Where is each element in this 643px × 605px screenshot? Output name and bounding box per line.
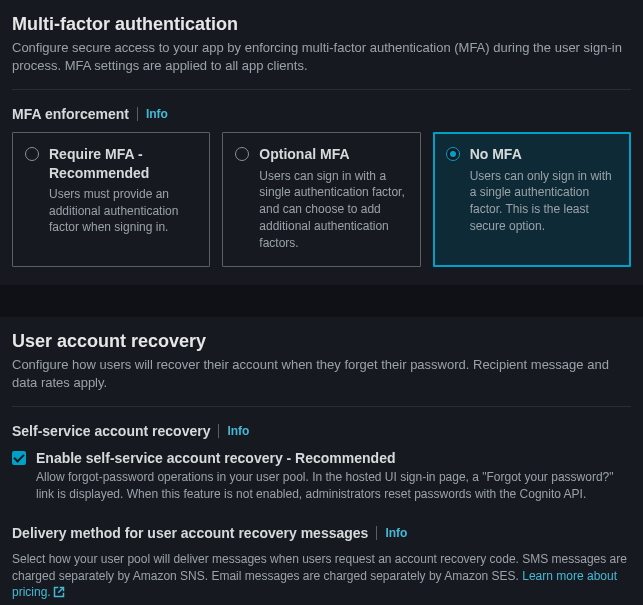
mfa-panel: Multi-factor authentication Configure se… bbox=[0, 0, 643, 285]
enable-self-service-checkbox-row[interactable]: Enable self-service account recovery - R… bbox=[12, 449, 631, 467]
self-service-header: Self-service account recovery Info bbox=[12, 423, 631, 439]
recovery-description: Configure how users will recover their a… bbox=[12, 356, 631, 392]
divider bbox=[12, 406, 631, 407]
mfa-option-require[interactable]: Require MFA - Recommended Users must pro… bbox=[12, 132, 210, 266]
mfa-info-link[interactable]: Info bbox=[146, 107, 168, 121]
mfa-title: Multi-factor authentication bbox=[12, 14, 631, 35]
mfa-option-desc: Users must provide an additional authent… bbox=[49, 186, 197, 236]
recovery-title: User account recovery bbox=[12, 331, 631, 352]
enable-self-service-desc: Allow forgot-password operations in your… bbox=[12, 469, 631, 503]
external-link-icon bbox=[53, 586, 65, 603]
mfa-enforcement-label: MFA enforcement bbox=[12, 106, 129, 122]
delivery-label: Delivery method for user account recover… bbox=[12, 525, 368, 541]
enable-self-service-label: Enable self-service account recovery - R… bbox=[36, 449, 395, 467]
radio-icon bbox=[25, 147, 39, 161]
mfa-option-none[interactable]: No MFA Users can only sign in with a sin… bbox=[433, 132, 631, 266]
checkbox-icon[interactable] bbox=[12, 451, 26, 465]
mfa-option-desc: Users can only sign in with a single aut… bbox=[470, 168, 618, 235]
delivery-header: Delivery method for user account recover… bbox=[12, 525, 631, 541]
divider bbox=[12, 89, 631, 90]
delivery-description: Select how your user pool will deliver m… bbox=[12, 551, 631, 603]
mfa-enforcement-header: MFA enforcement Info bbox=[12, 106, 631, 122]
mfa-option-desc: Users can sign in with a single authenti… bbox=[259, 168, 407, 252]
mfa-option-optional[interactable]: Optional MFA Users can sign in with a si… bbox=[222, 132, 420, 266]
divider-vertical bbox=[137, 107, 138, 121]
self-service-label: Self-service account recovery bbox=[12, 423, 210, 439]
recovery-panel: User account recovery Configure how user… bbox=[0, 317, 643, 605]
divider-vertical bbox=[218, 424, 219, 438]
delivery-info-link[interactable]: Info bbox=[385, 526, 407, 540]
mfa-description: Configure secure access to your app by e… bbox=[12, 39, 631, 75]
mfa-option-title: Optional MFA bbox=[259, 145, 407, 163]
radio-icon bbox=[446, 147, 460, 161]
mfa-option-grid: Require MFA - Recommended Users must pro… bbox=[12, 132, 631, 266]
self-service-info-link[interactable]: Info bbox=[227, 424, 249, 438]
mfa-option-title: No MFA bbox=[470, 145, 618, 163]
divider-vertical bbox=[376, 526, 377, 540]
mfa-option-title: Require MFA - Recommended bbox=[49, 145, 197, 181]
radio-icon bbox=[235, 147, 249, 161]
